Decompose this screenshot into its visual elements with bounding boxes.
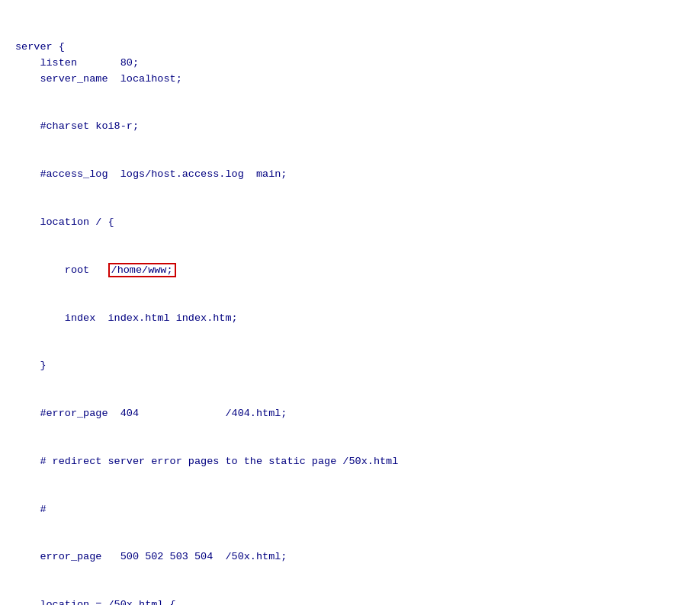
line-2: listen 80; — [15, 57, 139, 69]
line-3: server_name localhost; — [15, 73, 182, 85]
line-10: index index.html index.htm; — [15, 312, 238, 324]
line-17: error_page 500 502 503 504 /50x.html; — [15, 551, 287, 562]
line-9b: root /home/www; — [15, 263, 176, 277]
line-13: #error_page 404 /404.html; — [15, 408, 287, 419]
line-11: } — [15, 360, 47, 371]
line-18: location = /50x.html { — [15, 599, 176, 605]
line-15: # redirect server error pages to the sta… — [15, 456, 398, 467]
line-1: server { — [15, 41, 65, 53]
code-editor: server { listen 80; server_name localhos… — [15, 8, 685, 605]
line-7: #access_log logs/host.access.log main; — [15, 168, 287, 180]
line-9a: location / { — [15, 216, 114, 228]
line-5: #charset koi8-r; — [15, 120, 139, 132]
line-16: # — [15, 504, 47, 515]
highlight-root-1: /home/www; — [108, 263, 176, 277]
